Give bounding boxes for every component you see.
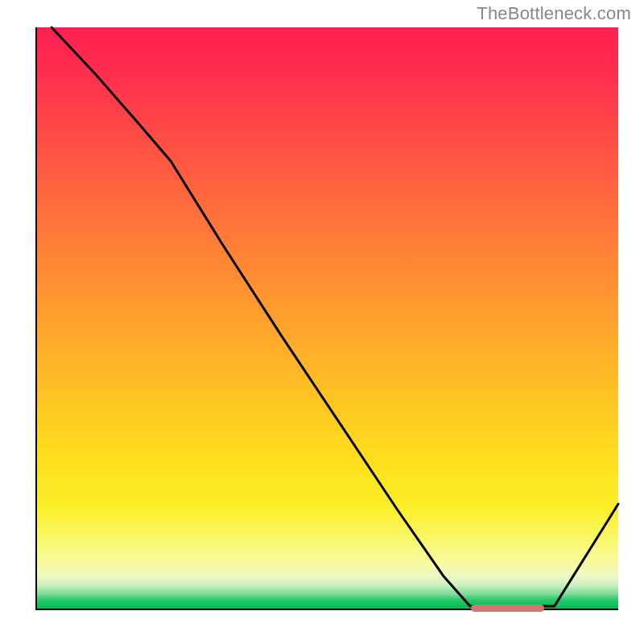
watermark-text: TheBottleneck.com — [477, 3, 631, 24]
highlight-marker — [471, 605, 544, 612]
plot-area — [35, 27, 618, 610]
curve-path — [52, 27, 618, 606]
curve-svg — [37, 27, 618, 609]
chart-container: TheBottleneck.com — [0, 0, 644, 644]
